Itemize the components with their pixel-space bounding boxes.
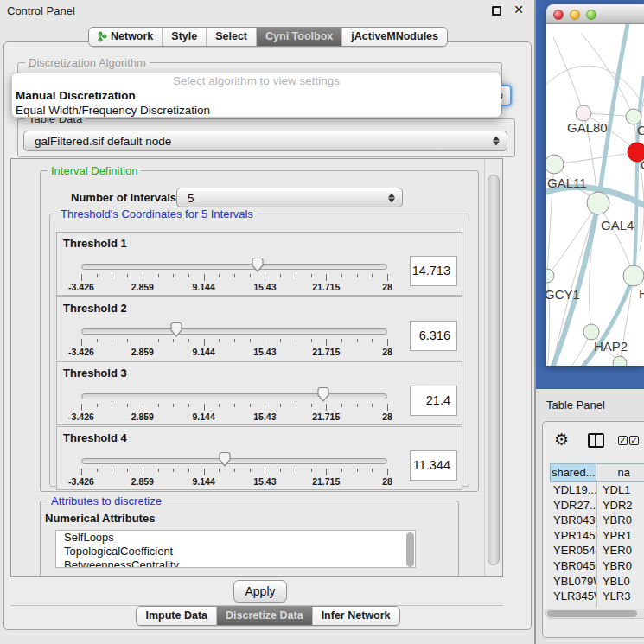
table-rows: YDL19...YDL1YDR27...YDR2YBR043CYBR0YPR14…	[550, 482, 644, 607]
slider-tick-label: 2.859	[124, 411, 162, 422]
table-row[interactable]: YDL19...YDL1	[550, 482, 644, 498]
slider-tick	[158, 404, 159, 407]
slider-tick	[280, 274, 281, 277]
attribute-list-item[interactable]: BetweennessCentrality	[56, 558, 415, 568]
slider-thumb[interactable]	[218, 451, 232, 471]
tab-cyni-toolbox[interactable]: Cyni Toolbox	[256, 28, 341, 46]
attribute-list-item[interactable]: TopologicalCoefficient	[56, 545, 415, 558]
table-row[interactable]: YDR27...YDR2	[550, 498, 644, 513]
tab-style[interactable]: Style	[162, 28, 206, 46]
table-row[interactable]: YBR045CYBR0	[550, 558, 644, 574]
threshold-row: Threshold 1-3.4262.8599.14415.4321.71528…	[56, 232, 462, 296]
slider-track[interactable]	[81, 264, 387, 270]
slider-track[interactable]	[81, 393, 387, 399]
tab-impute-data[interactable]: Impute Data	[137, 607, 216, 625]
network-node[interactable]	[587, 192, 609, 214]
table-data-combobox[interactable]: galFiltered.sif default node	[23, 131, 507, 151]
slider-tick	[372, 469, 373, 472]
form-scrollbar-thumb[interactable]	[488, 175, 500, 565]
slider-tick	[265, 404, 265, 411]
checkbox-icon[interactable]: ✓	[629, 436, 639, 445]
slider-tick	[250, 469, 251, 472]
slider-tick	[81, 404, 82, 411]
threshold-value-field[interactable]: 6.316	[410, 321, 457, 351]
slider-tick	[112, 274, 112, 277]
tab-network[interactable]: Network	[89, 28, 162, 46]
node-label: GA	[637, 123, 644, 137]
slider-track[interactable]	[81, 328, 387, 335]
apply-button[interactable]: Apply	[233, 580, 287, 603]
table-data-group: Table Data galFiltered.sif default node	[17, 118, 515, 157]
table-cell: YDR27...	[550, 498, 596, 513]
slider-tick	[127, 404, 128, 407]
float-window-icon[interactable]	[492, 6, 501, 16]
network-node[interactable]	[583, 324, 599, 340]
table-row[interactable]: YBL079WYBL0	[550, 574, 644, 590]
close-traffic-light-icon[interactable]	[553, 10, 564, 20]
network-node[interactable]	[623, 265, 644, 286]
slider-tick	[143, 274, 143, 281]
gear-icon[interactable]: ⚙	[554, 430, 569, 450]
network-node[interactable]	[576, 105, 591, 121]
threshold-value-field[interactable]: 21.4	[410, 386, 457, 416]
number-of-intervals-combobox[interactable]: 5	[176, 188, 403, 207]
slider-tick	[204, 469, 205, 475]
numerical-attributes-list[interactable]: SelfLoopsTopologicalCoefficientBetweenne…	[55, 530, 416, 568]
tab-infer-network[interactable]: Infer Network	[312, 607, 399, 625]
threshold-value-field[interactable]: 14.713	[410, 256, 457, 286]
slider-thumb[interactable]	[251, 257, 265, 277]
column-header-name[interactable]: na	[596, 464, 644, 481]
network-view-window[interactable]: GAL80GACGAL11GAL4GCY1HHAP2	[546, 4, 644, 366]
group-title: Discretization Algorithm	[25, 56, 150, 69]
attribute-list-item[interactable]: SelfLoops	[56, 531, 415, 545]
attributes-group: Attributes to discretize Numerical Attri…	[40, 501, 459, 577]
slider-tick	[296, 469, 296, 472]
slider-tick	[280, 339, 281, 342]
slider-tick	[311, 339, 312, 342]
minimize-traffic-light-icon[interactable]	[570, 10, 580, 20]
network-canvas[interactable]: GAL80GACGAL11GAL4GCY1HHAP2	[546, 24, 644, 366]
network-node[interactable]	[546, 155, 564, 174]
column-header-shared-name[interactable]: shared...	[550, 464, 596, 481]
popup-item[interactable]: Equal Width/Frequency Discretization	[12, 103, 501, 118]
desktop-area: GAL80GACGAL11GAL4GCY1HHAP2 Table Panel ⚙…	[536, 0, 644, 644]
list-scrollbar[interactable]	[406, 532, 414, 567]
column-layout-icon[interactable]	[588, 433, 604, 448]
network-node[interactable]	[613, 356, 627, 366]
slider-track[interactable]	[81, 458, 387, 464]
tab-select[interactable]: Select	[206, 28, 256, 46]
tab-jactivemnodules[interactable]: jActiveMNodules	[341, 28, 447, 46]
slider-tick	[311, 404, 312, 407]
slider-tick	[234, 274, 235, 277]
node-attribute-table: shared... na YDL19...YDL1YDR27...YDR2YBR…	[550, 463, 644, 607]
table-row[interactable]: YBR043CYBR0	[550, 513, 644, 528]
tab-discretize-data[interactable]: Discretize Data	[216, 607, 312, 625]
table-row[interactable]: YER054CYER0	[550, 543, 644, 558]
network-node[interactable]	[546, 269, 554, 283]
popup-item[interactable]: Select algorithm to view settings	[12, 73, 501, 88]
popup-item[interactable]: Manual Discretization	[12, 88, 501, 103]
table-horizontal-scrollbar-thumb[interactable]	[547, 610, 637, 617]
checkbox-icon[interactable]: ✓	[618, 436, 628, 445]
zoom-traffic-light-icon[interactable]	[586, 10, 596, 20]
threshold-value-field[interactable]: 11.344	[410, 450, 457, 481]
slider-tick	[188, 404, 189, 407]
network-graph: GAL80GACGAL11GAL4GCY1HHAP2	[546, 24, 644, 366]
slider-thumb[interactable]	[316, 386, 330, 406]
close-icon[interactable]: ✕	[513, 3, 524, 16]
slider-tick-label: -3.426	[62, 347, 100, 357]
table-row[interactable]: YIL052CYIL0	[550, 604, 644, 607]
table-row[interactable]: YLR345WYLR3	[550, 589, 644, 604]
node-label: H	[639, 286, 644, 301]
slider-tick	[372, 404, 373, 407]
table-row[interactable]: YPR145WYPR1	[550, 528, 644, 544]
network-icon	[98, 31, 107, 42]
form-scrollbar[interactable]	[484, 159, 502, 576]
slider-thumb[interactable]	[169, 322, 183, 341]
tab-label: Select	[215, 30, 247, 42]
slider-tick	[341, 404, 342, 407]
control-panel-titlebar: Control Panel ✕	[0, 0, 534, 22]
tab-label: Impute Data	[145, 609, 207, 622]
table-horizontal-scrollbar[interactable]	[545, 609, 644, 619]
slider-tick-label: -3.426	[62, 476, 100, 487]
